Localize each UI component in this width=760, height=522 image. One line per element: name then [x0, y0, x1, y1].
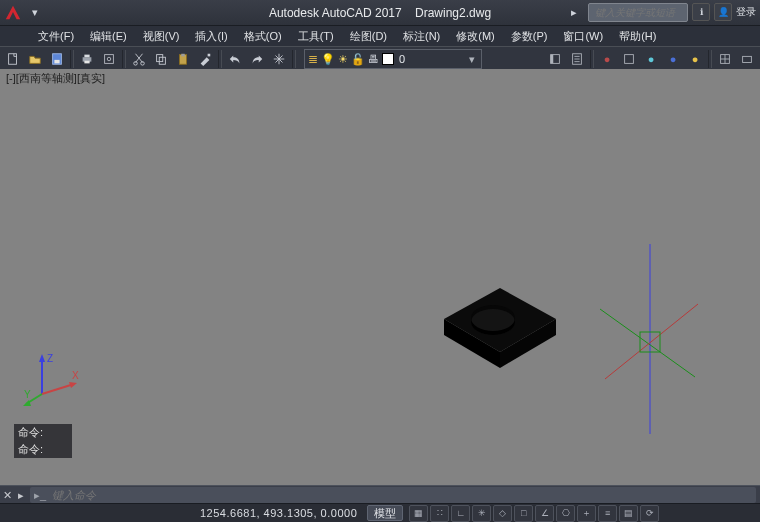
selection-cycling-icon[interactable]: ⟳ [640, 505, 659, 522]
new-icon[interactable] [2, 49, 24, 69]
sign-in-avatar-icon[interactable]: 👤 [714, 3, 732, 21]
svg-marker-31 [39, 354, 45, 362]
svg-line-32 [42, 384, 74, 394]
print-layer-icon: 🖶 [368, 53, 379, 65]
svg-rect-16 [551, 55, 554, 64]
document-name: Drawing2.dwg [415, 6, 491, 20]
chevron-right-icon[interactable]: ▸ [564, 2, 584, 22]
window-title: Autodesk AutoCAD 2017 Drawing2.dwg [269, 6, 491, 20]
title-bar: ▾ Autodesk AutoCAD 2017 Drawing2.dwg ▸ ℹ… [0, 0, 760, 25]
render-yellow-icon[interactable]: ● [684, 49, 706, 69]
menu-format[interactable]: 格式(O) [236, 27, 290, 46]
svg-point-7 [107, 57, 111, 61]
sphere-icon[interactable]: ● [596, 49, 618, 69]
svg-rect-4 [84, 55, 89, 58]
grid-icon[interactable]: ▦ [409, 505, 428, 522]
qat-dropdown-icon[interactable]: ▾ [25, 3, 45, 23]
svg-rect-2 [54, 60, 59, 64]
render-cyan-icon[interactable]: ● [640, 49, 662, 69]
open-icon[interactable] [24, 49, 46, 69]
command-history-line: 命令: [14, 441, 72, 458]
menu-file[interactable]: 文件(F) [30, 27, 82, 46]
layer-control[interactable]: ≣ 💡 ☀ 🔓 🖶 0 ▾ [304, 49, 482, 69]
object-track-icon[interactable]: ∠ [535, 505, 554, 522]
model-tab[interactable]: 模型 [367, 505, 403, 521]
sun-icon: ☀ [338, 53, 348, 66]
svg-rect-0 [9, 54, 17, 65]
status-bar: 1254.6681, 493.1305, 0.0000 模型 ▦ ∷ ∟ ✳ ◇… [0, 503, 760, 522]
menu-draw[interactable]: 绘图(D) [342, 27, 395, 46]
chevron-down-icon[interactable]: ▾ [466, 53, 478, 66]
save-icon[interactable] [46, 49, 68, 69]
render-blue-icon[interactable]: ● [662, 49, 684, 69]
sign-in-label[interactable]: 登录 [736, 5, 756, 19]
menu-tools[interactable]: 工具(T) [290, 27, 342, 46]
app-name: Autodesk AutoCAD 2017 [269, 6, 402, 20]
menu-edit[interactable]: 编辑(E) [82, 27, 135, 46]
command-input-wrap[interactable]: ▸_ [30, 487, 756, 503]
infocenter-button[interactable]: ℹ [692, 3, 710, 21]
copy-icon[interactable] [150, 49, 172, 69]
bulb-icon: 💡 [321, 53, 335, 66]
svg-marker-33 [69, 382, 77, 388]
isodraft-icon[interactable]: ◇ [493, 505, 512, 522]
transparency-icon[interactable]: ▤ [619, 505, 638, 522]
ortho-icon[interactable]: ∟ [451, 505, 470, 522]
svg-line-27 [600, 309, 695, 377]
lock-icon: 🔓 [351, 53, 365, 66]
drawing-canvas[interactable]: [-][西南等轴测][真实] Z X [0, 69, 760, 486]
svg-rect-6 [105, 55, 114, 64]
undo-icon[interactable] [224, 49, 246, 69]
menu-bar: 文件(F) 编辑(E) 视图(V) 插入(I) 格式(O) 工具(T) 绘图(D… [0, 25, 760, 46]
command-input[interactable] [50, 488, 752, 502]
paste-icon[interactable] [172, 49, 194, 69]
svg-rect-5 [84, 61, 89, 64]
layer-stack-icon: ≣ [308, 52, 318, 66]
osnap-icon[interactable]: □ [514, 505, 533, 522]
autocad-window: { "title": { "app": "Autodesk AutoCAD 20… [0, 0, 760, 522]
menu-help[interactable]: 帮助(H) [611, 27, 664, 46]
lineweight-icon[interactable]: ≡ [598, 505, 617, 522]
coordinates-readout[interactable]: 1254.6681, 493.1305, 0.0000 [200, 507, 357, 519]
cut-icon[interactable] [128, 49, 150, 69]
svg-rect-14 [208, 54, 211, 57]
app-logo[interactable] [4, 4, 22, 22]
svg-rect-20 [743, 56, 752, 62]
chevron-right-icon[interactable]: ▸ [14, 489, 28, 502]
close-icon[interactable]: ✕ [0, 489, 14, 502]
hide-icon[interactable] [736, 49, 758, 69]
menu-modify[interactable]: 修改(M) [448, 27, 503, 46]
menu-insert[interactable]: 插入(I) [187, 27, 235, 46]
svg-rect-13 [181, 54, 185, 57]
properties-icon[interactable] [566, 49, 588, 69]
palette-icon[interactable] [544, 49, 566, 69]
plot-preview-icon[interactable] [98, 49, 120, 69]
command-prompt-icon: ▸_ [34, 489, 46, 502]
ucs-icon[interactable]: Z X Y [22, 352, 84, 416]
print-icon[interactable] [76, 49, 98, 69]
viewport-label[interactable]: [-][西南等轴测][真实] [6, 71, 105, 86]
ucs-x-label: X [72, 370, 79, 381]
menu-window[interactable]: 窗口(W) [555, 27, 611, 46]
dynamic-ucs-icon[interactable]: ⎔ [556, 505, 575, 522]
ucs-y-label: Y [24, 389, 31, 400]
visual-styles-icon[interactable] [618, 49, 640, 69]
redo-icon[interactable] [246, 49, 268, 69]
model-solid [438, 282, 568, 380]
help-search[interactable] [588, 3, 688, 22]
polar-icon[interactable]: ✳ [472, 505, 491, 522]
svg-line-28 [605, 304, 698, 379]
menu-view[interactable]: 视图(V) [135, 27, 188, 46]
pan-icon[interactable] [268, 49, 290, 69]
command-history-line: 命令: [14, 424, 72, 441]
layer-name: 0 [397, 53, 463, 65]
layout-icon[interactable] [714, 49, 736, 69]
snap-mode-icon[interactable]: ∷ [430, 505, 449, 522]
menu-parametric[interactable]: 参数(P) [503, 27, 556, 46]
viewport-controls[interactable]: [-][西南等轴测][真实] [6, 71, 105, 86]
svg-rect-18 [625, 55, 634, 64]
layer-color-swatch [382, 53, 394, 65]
match-properties-icon[interactable] [194, 49, 216, 69]
dynamic-input-icon[interactable]: ＋ [577, 505, 596, 522]
menu-dimension[interactable]: 标注(N) [395, 27, 448, 46]
